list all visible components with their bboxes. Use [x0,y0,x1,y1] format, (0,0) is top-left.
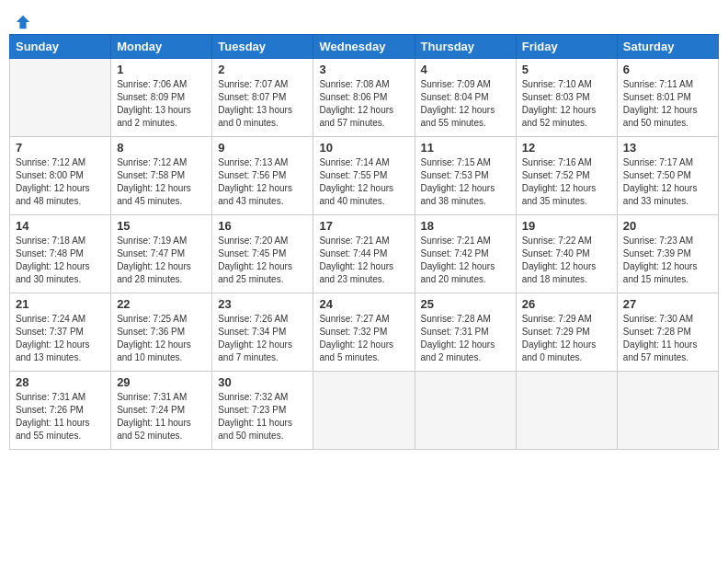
day-info: Sunrise: 7:18 AMSunset: 7:48 PMDaylight:… [16,235,105,286]
day-number: 29 [117,375,206,389]
day-info: Sunrise: 7:16 AMSunset: 7:52 PMDaylight:… [522,156,611,208]
day-info: Sunrise: 7:31 AMSunset: 7:26 PMDaylight:… [16,391,105,442]
day-number: 7 [16,141,105,155]
day-of-week-header: Thursday [415,35,516,59]
day-of-week-header: Wednesday [313,35,415,59]
day-number: 28 [16,375,105,389]
calendar-day-cell: 10Sunrise: 7:14 AMSunset: 7:55 PMDayligh… [313,137,415,215]
day-info: Sunrise: 7:25 AMSunset: 7:36 PMDaylight:… [117,313,206,364]
day-info: Sunrise: 7:12 AMSunset: 7:58 PMDaylight:… [117,156,206,208]
calendar-day-cell: 20Sunrise: 7:23 AMSunset: 7:39 PMDayligh… [617,215,718,293]
day-of-week-header: Monday [111,35,212,59]
day-number: 18 [421,219,510,233]
day-number: 16 [218,219,307,233]
calendar-day-cell: 6Sunrise: 7:11 AMSunset: 8:01 PMDaylight… [617,59,718,137]
day-number: 4 [421,63,510,76]
calendar-day-cell [10,59,111,137]
calendar-day-cell: 9Sunrise: 7:13 AMSunset: 7:56 PMDaylight… [212,137,313,215]
calendar-day-cell: 16Sunrise: 7:20 AMSunset: 7:45 PMDayligh… [212,215,313,293]
day-info: Sunrise: 7:06 AMSunset: 8:09 PMDaylight:… [117,78,206,130]
calendar-day-cell: 19Sunrise: 7:22 AMSunset: 7:40 PMDayligh… [516,215,617,293]
day-info: Sunrise: 7:29 AMSunset: 7:29 PMDaylight:… [522,313,611,364]
day-info: Sunrise: 7:31 AMSunset: 7:24 PMDaylight:… [117,391,206,442]
day-info: Sunrise: 7:26 AMSunset: 7:34 PMDaylight:… [218,313,307,364]
day-number: 15 [117,219,206,233]
day-number: 14 [16,219,105,233]
logo-icon [15,14,31,30]
day-number: 12 [522,141,611,155]
calendar-week-row: 28Sunrise: 7:31 AMSunset: 7:26 PMDayligh… [10,372,719,450]
day-info: Sunrise: 7:10 AMSunset: 8:03 PMDaylight:… [522,78,611,130]
calendar-day-cell: 21Sunrise: 7:24 AMSunset: 7:37 PMDayligh… [10,293,111,372]
calendar-day-cell [313,372,415,450]
day-number: 3 [319,63,408,76]
day-info: Sunrise: 7:07 AMSunset: 8:07 PMDaylight:… [218,78,307,130]
calendar-day-cell: 26Sunrise: 7:29 AMSunset: 7:29 PMDayligh… [516,293,617,372]
calendar-day-cell: 14Sunrise: 7:18 AMSunset: 7:48 PMDayligh… [10,215,111,293]
day-number: 24 [319,297,408,311]
page-header [9,9,719,27]
calendar-day-cell: 11Sunrise: 7:15 AMSunset: 7:53 PMDayligh… [415,137,516,215]
day-info: Sunrise: 7:12 AMSunset: 8:00 PMDaylight:… [16,156,105,208]
day-number: 10 [319,141,408,155]
calendar-day-cell: 18Sunrise: 7:21 AMSunset: 7:42 PMDayligh… [415,215,516,293]
day-number: 25 [421,297,510,311]
calendar-table: SundayMondayTuesdayWednesdayThursdayFrid… [9,34,719,450]
day-number: 2 [218,63,307,76]
day-info: Sunrise: 7:14 AMSunset: 7:55 PMDaylight:… [319,156,408,208]
day-number: 1 [117,63,206,76]
calendar-day-cell: 12Sunrise: 7:16 AMSunset: 7:52 PMDayligh… [516,137,617,215]
calendar-day-cell: 25Sunrise: 7:28 AMSunset: 7:31 PMDayligh… [415,293,516,372]
day-of-week-header: Sunday [10,35,111,59]
day-number: 8 [117,141,206,155]
day-number: 13 [623,141,712,155]
day-number: 23 [218,297,307,311]
day-info: Sunrise: 7:19 AMSunset: 7:47 PMDaylight:… [117,235,206,286]
day-info: Sunrise: 7:21 AMSunset: 7:44 PMDaylight:… [319,235,408,286]
day-info: Sunrise: 7:23 AMSunset: 7:39 PMDaylight:… [623,235,712,286]
day-number: 19 [522,219,611,233]
calendar-day-cell: 30Sunrise: 7:32 AMSunset: 7:23 PMDayligh… [212,372,313,450]
day-number: 9 [218,141,307,155]
day-number: 21 [16,297,105,311]
day-of-week-header: Tuesday [212,35,313,59]
calendar-day-cell: 1Sunrise: 7:06 AMSunset: 8:09 PMDaylight… [111,59,212,137]
calendar-day-cell: 29Sunrise: 7:31 AMSunset: 7:24 PMDayligh… [111,372,212,450]
day-of-week-header: Friday [516,35,617,59]
day-number: 27 [623,297,712,311]
day-info: Sunrise: 7:17 AMSunset: 7:50 PMDaylight:… [623,156,712,208]
day-info: Sunrise: 7:32 AMSunset: 7:23 PMDaylight:… [218,391,307,442]
day-number: 6 [623,63,712,76]
calendar-day-cell: 15Sunrise: 7:19 AMSunset: 7:47 PMDayligh… [111,215,212,293]
day-info: Sunrise: 7:11 AMSunset: 8:01 PMDaylight:… [623,78,712,130]
day-info: Sunrise: 7:09 AMSunset: 8:04 PMDaylight:… [421,78,510,130]
day-info: Sunrise: 7:20 AMSunset: 7:45 PMDaylight:… [218,235,307,286]
day-number: 26 [522,297,611,311]
day-number: 17 [319,219,408,233]
day-info: Sunrise: 7:13 AMSunset: 7:56 PMDaylight:… [218,156,307,208]
calendar-week-row: 14Sunrise: 7:18 AMSunset: 7:48 PMDayligh… [10,215,719,293]
calendar-day-cell: 2Sunrise: 7:07 AMSunset: 8:07 PMDaylight… [212,59,313,137]
calendar-day-cell: 3Sunrise: 7:08 AMSunset: 8:06 PMDaylight… [313,59,415,137]
calendar-day-cell: 24Sunrise: 7:27 AMSunset: 7:32 PMDayligh… [313,293,415,372]
day-info: Sunrise: 7:28 AMSunset: 7:31 PMDaylight:… [421,313,510,364]
day-number: 30 [218,375,307,389]
day-info: Sunrise: 7:30 AMSunset: 7:28 PMDaylight:… [623,313,712,364]
day-number: 20 [623,219,712,233]
day-info: Sunrise: 7:27 AMSunset: 7:32 PMDaylight:… [319,313,408,364]
day-number: 22 [117,297,206,311]
calendar-week-row: 7Sunrise: 7:12 AMSunset: 8:00 PMDaylight… [10,137,719,215]
calendar-day-cell: 27Sunrise: 7:30 AMSunset: 7:28 PMDayligh… [617,293,718,372]
day-info: Sunrise: 7:22 AMSunset: 7:40 PMDaylight:… [522,235,611,286]
svg-marker-0 [17,16,29,29]
calendar-day-cell: 22Sunrise: 7:25 AMSunset: 7:36 PMDayligh… [111,293,212,372]
calendar-day-cell: 23Sunrise: 7:26 AMSunset: 7:34 PMDayligh… [212,293,313,372]
calendar-header-row: SundayMondayTuesdayWednesdayThursdayFrid… [10,35,719,59]
calendar-day-cell [415,372,516,450]
day-info: Sunrise: 7:15 AMSunset: 7:53 PMDaylight:… [421,156,510,208]
day-of-week-header: Saturday [617,35,718,59]
calendar-day-cell: 8Sunrise: 7:12 AMSunset: 7:58 PMDaylight… [111,137,212,215]
logo [14,14,31,27]
day-info: Sunrise: 7:08 AMSunset: 8:06 PMDaylight:… [319,78,408,130]
calendar-week-row: 1Sunrise: 7:06 AMSunset: 8:09 PMDaylight… [10,59,719,137]
